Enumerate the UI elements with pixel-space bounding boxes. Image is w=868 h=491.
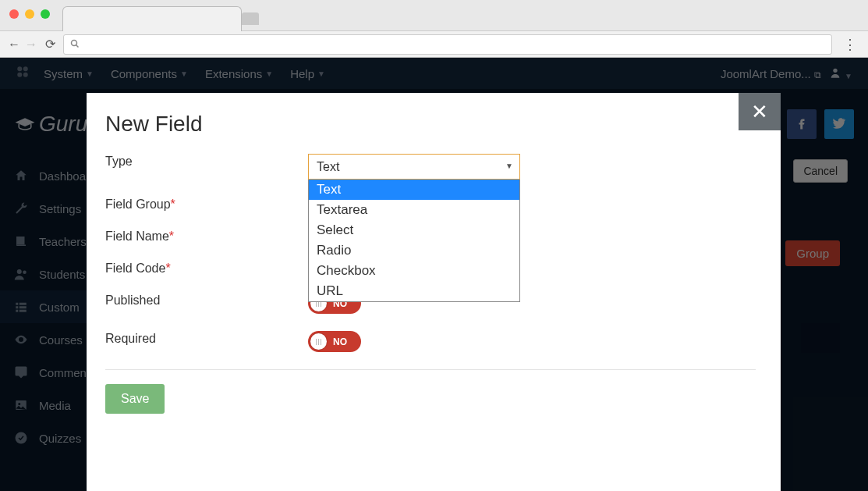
required-toggle[interactable]: NO [308, 331, 361, 352]
search-icon [70, 37, 80, 52]
reload-icon[interactable]: ⟳ [45, 37, 55, 52]
address-bar[interactable] [63, 34, 832, 55]
label-field-code: Field Code* [105, 261, 308, 276]
svg-point-0 [72, 40, 77, 45]
label-type: Type [105, 154, 308, 169]
type-option-select[interactable]: Select [309, 220, 519, 240]
browser-menu-icon[interactable]: ⋮ [840, 36, 860, 53]
new-field-modal: ✕ New Field Type Text ▼ Text Textarea Se… [87, 93, 781, 491]
modal-title: New Field [105, 112, 756, 137]
type-select[interactable]: Text ▼ [308, 154, 520, 180]
label-required: Required [105, 331, 308, 346]
browser-chrome [0, 0, 868, 31]
save-button[interactable]: Save [105, 384, 165, 414]
window-minimize-button[interactable] [25, 9, 34, 19]
chevron-down-icon: ▼ [505, 162, 513, 170]
window-close-button[interactable] [9, 9, 19, 19]
nav-back-icon[interactable]: ← [8, 37, 20, 52]
window-controls [9, 9, 50, 19]
browser-tab[interactable] [62, 6, 242, 31]
required-toggle-value: NO [333, 336, 347, 347]
label-published: Published [105, 293, 308, 308]
divider [105, 369, 756, 370]
browser-new-tab[interactable] [242, 12, 259, 25]
nav-forward-icon: → [25, 37, 37, 52]
label-field-group: Field Group* [105, 197, 308, 212]
type-dropdown: Text Textarea Select Radio Checkbox URL [308, 180, 520, 302]
type-option-text[interactable]: Text [309, 180, 519, 200]
modal-close-button[interactable]: ✕ [739, 93, 781, 130]
type-option-radio[interactable]: Radio [309, 240, 519, 261]
toggle-knob-icon [310, 333, 327, 350]
type-option-url[interactable]: URL [309, 281, 519, 301]
browser-tabs [62, 0, 242, 31]
type-option-textarea[interactable]: Textarea [309, 200, 519, 220]
type-select-value: Text [317, 160, 339, 174]
window-maximize-button[interactable] [41, 9, 50, 19]
label-field-name: Field Name* [105, 229, 308, 244]
svg-line-1 [76, 44, 79, 47]
type-option-checkbox[interactable]: Checkbox [309, 261, 519, 281]
browser-toolbar: ← → ⟳ ⋮ [0, 31, 868, 58]
url-input[interactable] [84, 38, 825, 50]
close-icon: ✕ [751, 100, 768, 124]
